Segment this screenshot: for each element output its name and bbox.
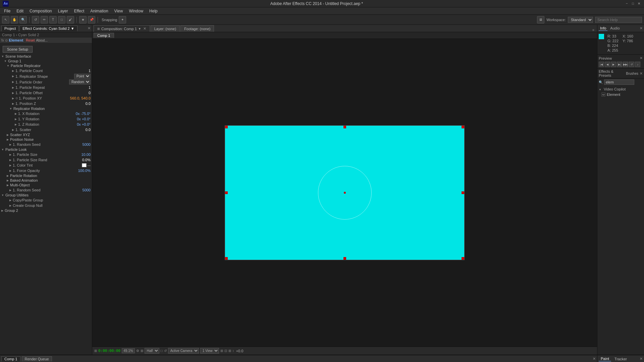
comp1-inner-tab[interactable]: Comp 1 xyxy=(94,33,114,38)
tool-puppet[interactable]: ★ xyxy=(79,16,87,23)
info-tab[interactable]: Info xyxy=(599,26,607,31)
comp-tab-close[interactable]: ✕ xyxy=(143,26,146,31)
composition-viewer[interactable] xyxy=(92,39,597,347)
audio-btn[interactable]: ♪ xyxy=(635,62,640,67)
audio-tab[interactable]: Audio xyxy=(609,26,621,31)
effects-search-input[interactable] xyxy=(604,79,634,85)
project-tab[interactable]: Project xyxy=(1,25,19,31)
preview-panel-close[interactable]: ✕ xyxy=(640,56,643,60)
loop-btn[interactable]: ↺ xyxy=(629,62,634,67)
skip-to-start-btn[interactable]: |◀ xyxy=(599,62,604,67)
snapping-toggle[interactable]: ✦ xyxy=(119,16,126,23)
tool-pen[interactable]: ✏ xyxy=(41,16,48,23)
group-utilities-header[interactable]: Group Utilities xyxy=(0,193,92,197)
tool-paint[interactable]: 🖌 xyxy=(67,16,74,23)
window-controls[interactable]: − □ ✕ xyxy=(625,1,641,6)
handle-bl[interactable] xyxy=(225,257,228,260)
close-button[interactable]: ✕ xyxy=(637,1,641,6)
view-select[interactable]: 1 View xyxy=(200,348,219,354)
pixel-aspect-icon[interactable]: □ xyxy=(161,349,163,353)
effects-panel-close[interactable]: ✕ xyxy=(640,71,643,76)
search-input[interactable] xyxy=(595,17,642,23)
maximize-button[interactable]: □ xyxy=(631,1,635,6)
group2-header[interactable]: Group 2 xyxy=(0,208,92,213)
group1-header[interactable]: Group 1 xyxy=(3,59,92,63)
grid-icon[interactable]: ⊞ xyxy=(141,349,143,353)
particle-look-header[interactable]: Particle Look xyxy=(0,147,92,152)
particle-rotation-header[interactable]: Particle Rotation xyxy=(5,173,92,178)
create-group-null[interactable]: Create Group Null xyxy=(5,203,92,208)
zoom-level[interactable]: 49.1% xyxy=(122,348,135,353)
scene-interface-group[interactable]: Scene Interface xyxy=(0,54,92,59)
effect-about-btn[interactable]: About... xyxy=(36,39,47,42)
comp-settings-icon[interactable]: ⚙ xyxy=(136,349,139,353)
footage-panel-tab[interactable]: Footage: (none) xyxy=(180,25,214,32)
element-effect-item[interactable]: M Element xyxy=(599,92,643,97)
color-tint-edit[interactable]: — xyxy=(87,164,91,167)
tool-text[interactable]: T xyxy=(49,16,57,23)
handle-tm[interactable] xyxy=(343,126,346,128)
viewer-extra-icon[interactable]: ↕ xyxy=(232,349,234,353)
viewer-options-icon[interactable]: ⊡ xyxy=(224,349,227,353)
info-panel-close[interactable]: ✕ xyxy=(640,26,643,31)
handle-br[interactable] xyxy=(462,257,464,260)
menu-edit[interactable]: Edit xyxy=(14,8,26,14)
particle-order-select[interactable]: Random xyxy=(69,79,91,84)
tool-hand[interactable]: ✋ xyxy=(11,16,18,23)
tool-rotate[interactable]: ↺ xyxy=(32,16,39,23)
scene-setup-button[interactable]: Scene Setup xyxy=(3,46,33,53)
viewer-timecode[interactable]: 0:00:00:00 xyxy=(98,349,120,353)
workspace-select[interactable]: Standard xyxy=(568,17,593,23)
handle-tl[interactable] xyxy=(225,126,228,128)
viewer-controls-icon[interactable]: ⊞ xyxy=(220,349,223,353)
scatter-xyz-header[interactable]: Scatter XYZ xyxy=(5,132,92,137)
baked-animation-header[interactable]: Baked Animation xyxy=(5,178,92,183)
minimize-button[interactable]: − xyxy=(625,1,629,6)
menu-window[interactable]: Window xyxy=(126,8,146,14)
step-back-btn[interactable]: ◀ xyxy=(605,62,610,67)
skip-to-end-btn[interactable]: ▶▶| xyxy=(623,62,628,67)
panel-menu-btn[interactable]: ≡ xyxy=(591,28,596,32)
refresh-icon[interactable]: ↺ xyxy=(164,349,167,353)
copy-paste-group[interactable]: Copy/Paste Group xyxy=(5,197,92,203)
paint-tab[interactable]: Paint xyxy=(599,356,611,361)
tool-shape[interactable]: □ xyxy=(58,16,65,23)
tracker-tab[interactable]: Tracker xyxy=(612,357,629,361)
timeline-panel-close[interactable]: ✕ xyxy=(593,357,596,361)
particle-replicator-header[interactable]: Particle Replicator xyxy=(5,63,92,68)
quality-select[interactable]: HalfFull xyxy=(145,348,159,354)
multi-object-header[interactable]: Multi-Object xyxy=(5,183,92,187)
comp1-timeline-tab[interactable]: Comp 1 xyxy=(1,356,20,361)
video-copilot-category[interactable]: Video Copilot xyxy=(599,86,643,92)
replicator-shape-select[interactable]: Point xyxy=(74,74,91,79)
menu-composition[interactable]: Composition xyxy=(27,8,55,14)
tool-pin[interactable]: 📌 xyxy=(88,16,95,23)
replicator-rotation-header[interactable]: Replicator Rotation xyxy=(8,106,92,111)
menu-layer[interactable]: Layer xyxy=(55,8,71,14)
tool-select[interactable]: ↖ xyxy=(2,16,9,23)
color-tint-swatch[interactable] xyxy=(82,163,87,167)
layer-panel-tab[interactable]: Layer: (none) xyxy=(151,25,180,32)
handle-ml[interactable] xyxy=(225,191,228,194)
camera-select[interactable]: Active Camera xyxy=(168,348,199,354)
brushes-tab[interactable]: Brushes xyxy=(626,72,638,75)
snap-icon[interactable]: ⊞ xyxy=(228,349,231,353)
menu-effect[interactable]: Effect xyxy=(71,8,87,14)
handle-mr[interactable] xyxy=(462,191,464,194)
menu-file[interactable]: File xyxy=(1,8,13,14)
comp-panel-tab[interactable]: ⊞ Composition: Comp 1 ▼ ✕ xyxy=(94,25,150,32)
handle-bm[interactable] xyxy=(343,257,346,260)
step-fwd-btn[interactable]: ▶| xyxy=(617,62,622,67)
handle-tr[interactable] xyxy=(462,126,464,128)
render-queue-tab[interactable]: Render Queue xyxy=(22,356,52,361)
effect-reset-btn[interactable]: Reset xyxy=(26,39,35,42)
tool-zoom[interactable]: 🔍 xyxy=(19,16,27,23)
play-btn[interactable]: ▶ xyxy=(611,62,616,67)
menu-animation[interactable]: Animation xyxy=(88,8,111,14)
panel-close-btn[interactable]: ✕ xyxy=(88,26,91,31)
effect-controls-tab[interactable]: Effect Controls: Cyan Solid 2 ▼ xyxy=(19,25,77,31)
position-noise-header[interactable]: Position Noise xyxy=(5,137,92,142)
menu-view[interactable]: View xyxy=(112,8,126,14)
paint-panel-close[interactable]: ✕ xyxy=(640,357,643,361)
menu-help[interactable]: Help xyxy=(147,8,160,14)
